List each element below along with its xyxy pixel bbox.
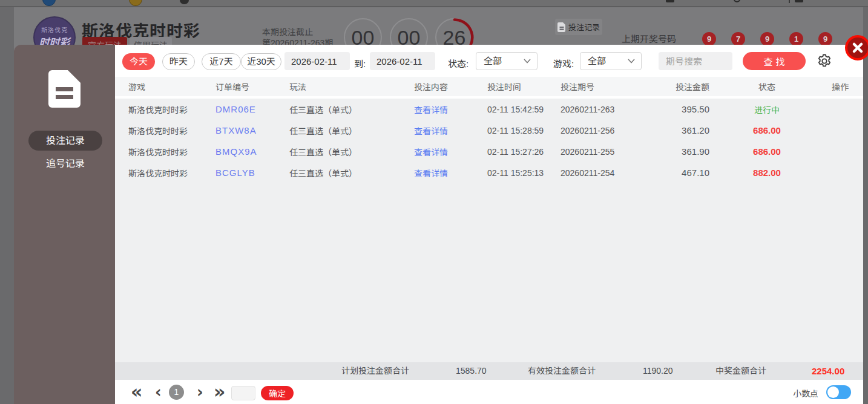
bet-records-button-label: 投注记录 [568,21,600,33]
deadline-label: 本期投注截止 [262,25,313,37]
range-30days-button[interactable]: 近30天 [241,53,281,70]
range-7days-button[interactable]: 近7天 [202,53,241,70]
draw-ball: 9 [760,32,774,46]
toggle-knob [827,386,839,398]
col-header-amount: 投注金额 [642,77,709,96]
plan-total-label: 计划投注金额合计 [341,362,409,380]
col-header-game: 游戏 [128,77,215,96]
chevron-down-icon [524,59,531,64]
last-page-button[interactable]: » [214,380,225,404]
cell-issue: 20260211-254 [561,162,642,183]
col-header-order: 订单编号 [215,77,289,96]
status-select[interactable]: 全部 [476,52,538,70]
headset-icon [180,0,189,4]
game-filter-label: 游戏: [553,57,574,70]
bet-records-button[interactable]: 投注记录 [555,19,602,35]
cell-issue: 20260211-263 [561,99,642,120]
cell-order-link[interactable]: BMQX9A [215,141,289,162]
win-total-label: 中奖金额合计 [715,362,766,380]
cell-time: 02-11 15:42:59 [487,99,561,120]
valid-total-label: 有效投注金额合计 [528,362,596,380]
cell-status: 进行中 [709,99,824,120]
cell-detail-link[interactable]: 查看详情 [414,141,487,162]
table-row: 斯洛伐克时时彩 BCGLYB 任三直选（单式） 查看详情 02-11 15:25… [115,162,863,183]
game-select-value: 全部 [588,56,606,66]
cell-amount: 395.50 [642,99,709,120]
modal-close-button[interactable] [845,35,868,60]
date-from-input[interactable] [284,52,350,70]
wallet-icon [666,0,674,2]
bet-records-modal: 投注记录 追号记录 今天 昨天 近7天 近30天 到: 状态: 全部 游戏: 全… [14,45,863,404]
search-button[interactable]: 查找 [743,52,806,70]
cell-detail-link[interactable]: 查看详情 [414,162,487,183]
divider-bar [789,0,790,3]
current-page-badge[interactable]: 1 [169,385,184,400]
cell-order-link[interactable]: BCGLYB [215,162,289,183]
cell-game: 斯洛伐克时时彩 [128,99,215,120]
logo-text-top: 斯洛伐克 [35,25,74,34]
cell-issue: 20260211-256 [561,120,642,141]
col-header-play: 玩法 [289,77,414,96]
records-doc-icon [48,70,81,108]
date-to-label: 到: [354,57,366,70]
plan-total-value: 1585.70 [456,362,487,380]
sidebar-item-chase-records[interactable]: 追号记录 [28,154,102,174]
cell-game: 斯洛伐克时时彩 [128,141,215,162]
cell-amount: 467.10 [642,162,709,183]
cell-play: 任三直选（单式） [289,141,414,162]
summary-bar: 计划投注金额合计 1585.70 有效投注金额合计 1190.20 中奖金额合计… [115,362,863,380]
cell-order-link[interactable]: DMR06E [215,99,289,120]
cell-time: 02-11 15:27:26 [487,141,561,162]
cell-status: 882.00 [709,162,824,183]
coin-icon-blue [42,0,56,6]
modal-sidebar: 投注记录 追号记录 [14,45,115,404]
draw-ball: 9 [818,32,832,46]
sidebar-item-bet-records[interactable]: 投注记录 [28,131,102,151]
cell-time: 02-11 15:25:13 [487,162,561,183]
cell-play: 任三直选（单式） [289,99,414,120]
decimal-toggle[interactable] [826,385,851,399]
draw-ball: 1 [789,32,803,46]
document-icon [557,22,566,32]
grid-icon [795,0,803,2]
valid-total-value: 1190.20 [643,362,673,380]
chevron-down-icon [628,59,635,64]
coin-icon-gold [129,0,142,6]
last-draw-label: 上期开奖号码 [622,32,676,45]
cell-order-link[interactable]: BTXW8A [215,120,289,141]
cell-detail-link[interactable]: 查看详情 [414,120,487,141]
range-yesterday-button[interactable]: 昨天 [162,53,195,70]
cell-game: 斯洛伐克时时彩 [128,162,215,183]
cell-status: 686.00 [709,141,824,162]
cell-play: 任三直选（单式） [289,120,414,141]
draw-ball: 7 [731,32,745,46]
next-page-button[interactable]: › [197,380,203,404]
cell-game: 斯洛伐克时时彩 [128,120,215,141]
issue-search-input[interactable] [659,52,732,70]
table-row: 斯洛伐克时时彩 DMR06E 任三直选（单式） 查看详情 02-11 15:42… [115,99,863,120]
page-jump-confirm-button[interactable]: 确定 [261,386,294,400]
table-row: 斯洛伐克时时彩 BMQX9A 任三直选（单式） 查看详情 02-11 15:27… [115,141,863,162]
close-x-icon [849,39,867,57]
cell-detail-link[interactable]: 查看详情 [414,99,487,120]
col-header-issue: 投注期号 [561,77,642,96]
cell-amount: 361.90 [642,141,709,162]
first-page-button[interactable]: « [131,380,142,404]
col-header-content: 投注内容 [414,77,487,96]
settings-gear-icon[interactable] [817,53,832,69]
decimal-toggle-label: 小数点 [793,387,818,399]
range-today-button[interactable]: 今天 [122,53,155,70]
game-select[interactable]: 全部 [580,52,642,70]
status-select-value: 全部 [484,56,502,66]
table-header-row: 游戏 订单编号 玩法 投注内容 投注时间 投注期号 投注金额 状态 操作 [115,77,863,96]
modal-main: 今天 昨天 近7天 近30天 到: 状态: 全部 游戏: 全部 查找 游戏 订单… [115,45,863,404]
win-total-value: 2254.00 [812,362,844,380]
page-jump-input[interactable] [231,386,255,400]
col-header-action: 操作 [821,77,860,96]
date-to-input[interactable] [370,52,435,70]
cell-issue: 20260211-255 [561,141,642,162]
prev-page-button[interactable]: ‹ [155,380,162,404]
status-filter-label: 状态: [448,57,469,70]
col-header-status: 状态 [709,77,824,96]
table-body: 斯洛伐克时时彩 DMR06E 任三直选（单式） 查看详情 02-11 15:42… [115,99,863,362]
